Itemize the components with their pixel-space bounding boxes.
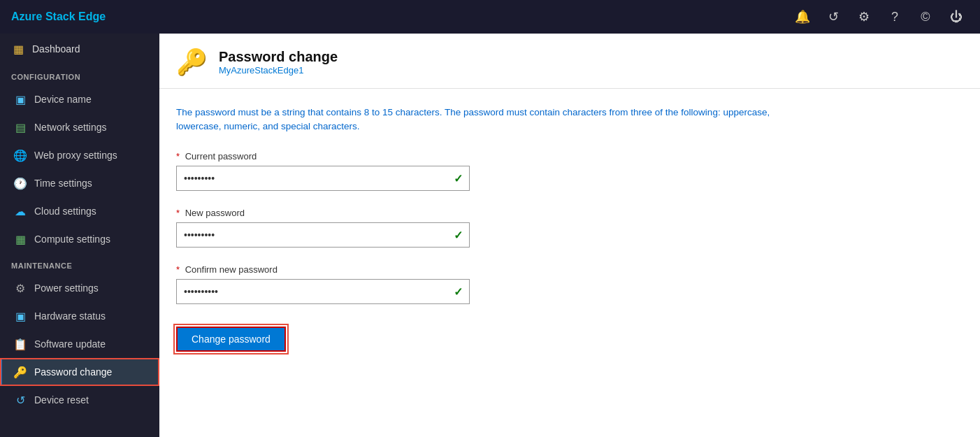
sidebar-item-compute-settings[interactable]: ▦ Compute settings <box>0 225 159 253</box>
content-body: The password must be a string that conta… <box>159 89 980 437</box>
help-icon[interactable]: ? <box>882 4 907 29</box>
new-password-wrapper: ✓ <box>176 222 470 248</box>
current-password-input[interactable] <box>176 166 470 191</box>
info-text: The password must be a string that conta… <box>176 106 805 134</box>
sidebar-section-maintenance: MAINTENANCE <box>0 253 159 274</box>
network-icon: ▤ <box>13 120 27 134</box>
required-marker: * <box>176 151 180 162</box>
dashboard-label: Dashboard <box>32 43 80 55</box>
page-subtitle: MyAzureStackEdge1 <box>219 65 338 76</box>
password-icon: 🔑 <box>13 365 27 379</box>
hardware-icon: ▣ <box>13 309 27 323</box>
sidebar-item-hardware-status[interactable]: ▣ Hardware status <box>0 302 159 330</box>
confirm-password-wrapper: ✓ <box>176 279 470 304</box>
new-password-label-text: New password <box>185 208 245 218</box>
reset-icon: ↺ <box>13 393 27 407</box>
sidebar-item-software-update[interactable]: 📋 Software update <box>0 330 159 358</box>
sidebar: ▦ Dashboard CONFIGURATION ▣ Device name … <box>0 34 159 437</box>
change-password-button[interactable]: Change password <box>176 327 286 352</box>
confirm-password-check-icon: ✓ <box>454 285 463 298</box>
sidebar-item-dashboard[interactable]: ▦ Dashboard <box>0 34 159 64</box>
content-area: 🔑 Password change MyAzureStackEdge1 The … <box>159 34 980 437</box>
sidebar-section-configuration: CONFIGURATION <box>0 64 159 85</box>
time-icon: 🕐 <box>13 176 27 190</box>
current-password-label-text: Current password <box>185 151 257 162</box>
power-settings-icon: ⚙ <box>13 281 27 295</box>
cloud-icon: ☁ <box>13 204 27 218</box>
page-header-text: Password change MyAzureStackEdge1 <box>219 49 338 76</box>
sidebar-item-time-settings[interactable]: 🕐 Time settings <box>0 169 159 197</box>
notification-icon[interactable]: 🔔 <box>790 4 815 29</box>
compute-settings-label: Compute settings <box>34 234 110 245</box>
page-header: 🔑 Password change MyAzureStackEdge1 <box>159 34 980 89</box>
sidebar-item-password-change[interactable]: 🔑 Password change <box>0 358 159 386</box>
sidebar-item-power-settings[interactable]: ⚙ Power settings <box>0 274 159 302</box>
device-name-label: Device name <box>34 94 92 105</box>
settings-icon[interactable]: ⚙ <box>851 4 877 29</box>
confirm-password-group: * Confirm new password ✓ <box>176 264 963 304</box>
refresh-icon[interactable]: ↺ <box>821 4 846 29</box>
confirm-password-label: * Confirm new password <box>176 264 963 275</box>
current-password-check-icon: ✓ <box>454 171 463 185</box>
power-settings-label: Power settings <box>34 282 99 294</box>
sidebar-item-device-reset[interactable]: ↺ Device reset <box>0 386 159 414</box>
required-marker: * <box>176 264 180 275</box>
web-proxy-settings-label: Web proxy settings <box>34 150 117 161</box>
page-title: Password change <box>219 49 338 65</box>
current-password-label: * Current password <box>176 151 963 162</box>
hardware-status-label: Hardware status <box>34 310 106 322</box>
page-header-icon: 🔑 <box>176 48 208 77</box>
time-settings-label: Time settings <box>34 178 92 189</box>
software-icon: 📋 <box>13 337 27 351</box>
webproxy-icon: 🌐 <box>13 148 27 162</box>
password-change-label: Password change <box>34 366 112 378</box>
confirm-password-input[interactable] <box>176 279 470 304</box>
cloud-settings-label: Cloud settings <box>34 206 96 217</box>
copyright-icon[interactable]: © <box>913 4 938 29</box>
required-marker: * <box>176 208 180 218</box>
device-name-icon: ▣ <box>13 92 27 106</box>
top-bar-icons: 🔔 ↺ ⚙ ? © ⏻ <box>790 4 969 29</box>
current-password-group: * Current password ✓ <box>176 151 963 191</box>
new-password-input[interactable] <box>176 222 470 248</box>
top-bar: Azure Stack Edge 🔔 ↺ ⚙ ? © ⏻ <box>0 0 980 34</box>
new-password-group: * New password ✓ <box>176 208 963 248</box>
dashboard-icon: ▦ <box>11 42 25 56</box>
power-icon[interactable]: ⏻ <box>944 4 969 29</box>
new-password-check-icon: ✓ <box>454 228 463 241</box>
device-reset-label: Device reset <box>34 394 89 406</box>
compute-icon: ▦ <box>13 232 27 246</box>
sidebar-item-cloud-settings[interactable]: ☁ Cloud settings <box>0 197 159 225</box>
current-password-wrapper: ✓ <box>176 166 470 191</box>
sidebar-item-network-settings[interactable]: ▤ Network settings <box>0 113 159 141</box>
main-layout: ▦ Dashboard CONFIGURATION ▣ Device name … <box>0 34 980 437</box>
app-title: Azure Stack Edge <box>11 10 790 23</box>
confirm-password-label-text: Confirm new password <box>185 264 278 275</box>
network-settings-label: Network settings <box>34 122 106 133</box>
sidebar-item-device-name[interactable]: ▣ Device name <box>0 85 159 113</box>
sidebar-item-web-proxy-settings[interactable]: 🌐 Web proxy settings <box>0 141 159 169</box>
software-update-label: Software update <box>34 338 106 350</box>
new-password-label: * New password <box>176 208 963 218</box>
